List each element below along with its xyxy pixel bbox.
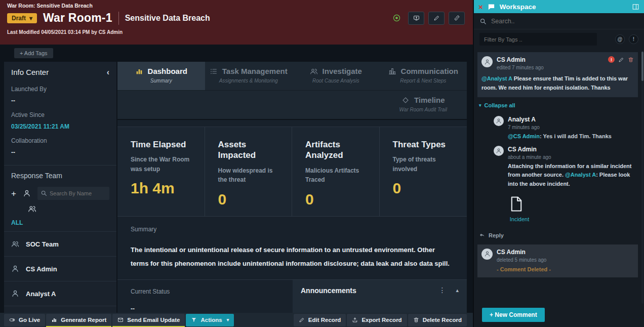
mention-link[interactable]: @Analyst A — [565, 172, 596, 178]
active-since-label: Active Since — [11, 111, 109, 118]
scrollbar-thumb[interactable] — [641, 52, 643, 81]
app-root: War Room: Sensitive Data Breach Draft ▾ … — [0, 0, 644, 327]
scrollbar-track — [641, 51, 643, 304]
member-name: CS Admin — [26, 265, 57, 273]
info-center-title: Info Center — [11, 68, 49, 76]
team-filter-icon[interactable] — [28, 205, 36, 213]
go-live-button[interactable]: Go Live — [4, 314, 45, 326]
status-badge-dropdown[interactable]: Draft ▾ — [7, 13, 37, 23]
stat-desc: Malicious Artifacts Traced — [305, 166, 367, 185]
add-tags-button[interactable]: + Add Tags — [14, 48, 53, 58]
deleted-comment-text: - Comment Deleted - — [497, 266, 634, 272]
team-member-row[interactable]: CS Admin — [4, 257, 116, 281]
team-member-row[interactable]: Analyst A — [4, 281, 116, 306]
tab-investigate[interactable]: Investigate Root Cause Analysis — [292, 62, 380, 90]
delete-comment-icon[interactable] — [628, 57, 634, 63]
caret-down-icon: ▾ — [29, 15, 32, 22]
add-member-icon[interactable]: + — [11, 189, 16, 198]
comment-body: @Analyst A Please ensure that Tim is add… — [481, 74, 634, 92]
workspace-header: × Workspace — [474, 0, 644, 13]
kebab-menu-icon[interactable]: ⋮ — [438, 287, 446, 294]
alert-filter-icon[interactable]: ! — [629, 34, 638, 44]
team-member-row[interactable]: SOC Team — [4, 232, 116, 257]
tab-label: Investigate — [323, 67, 362, 75]
stat-value: 0 — [305, 191, 367, 208]
export-icon — [352, 317, 358, 323]
member-name: SOC Team — [26, 240, 59, 248]
info-center-panel: Info Center ‹ Launched By -- Active Sinc… — [4, 62, 116, 313]
current-status-value: -- — [131, 305, 279, 312]
member-search-input[interactable] — [37, 187, 109, 200]
stat-title: Artifacts Analyzed — [305, 139, 367, 161]
launched-by-value: -- — [11, 97, 109, 104]
avatar — [494, 116, 504, 126]
collaboration-label: Collaboration — [11, 137, 109, 144]
screen-share-icon — [413, 15, 420, 21]
copy-link-button[interactable] — [449, 12, 465, 25]
important-icon[interactable]: ! — [608, 56, 615, 63]
workspace-panel: × Workspace @ ! CS Admin — [473, 0, 644, 327]
collapse-panel-icon[interactable]: ‹ — [107, 68, 109, 76]
tab-communication[interactable]: Communication Report & Next Steps — [380, 62, 467, 90]
communication-icon — [388, 67, 396, 75]
stat-desc: Type of threats involved — [393, 155, 455, 174]
summary-label: Summary — [131, 226, 454, 233]
stat-title: Assets Impacted — [218, 139, 280, 161]
funnel-icon — [191, 317, 197, 323]
filter-tags-input[interactable] — [479, 33, 597, 46]
reply-label: Reply — [489, 232, 504, 238]
tab-subtitle: Assignments & Monitoring — [205, 78, 293, 84]
edit-comment-icon[interactable] — [618, 57, 624, 63]
tab-dashboard[interactable]: Dashboard Summary — [117, 62, 205, 90]
mention-filter-icon[interactable]: @ — [615, 34, 625, 44]
delete-record-button[interactable]: Delete Record — [408, 314, 467, 326]
stat-desc: Since the War Room was setup — [131, 155, 192, 174]
collapse-all-label: Collapse all — [485, 102, 515, 108]
stat-desc: How widespread is the threat — [218, 166, 280, 185]
last-modified-text: Last Modified 04/05/2021 03:14 PM by CS … — [7, 29, 465, 35]
comment-body: @CS Admin: Yes i will add Tim. Thanks — [508, 132, 638, 141]
search-icon — [41, 190, 47, 196]
collapse-up-icon[interactable]: ▴ — [456, 288, 459, 293]
active-since-value: 03/25/2021 11:21 AM — [11, 123, 109, 130]
tab-bar: Dashboard Summary Task Management Assign… — [117, 62, 467, 90]
collapse-all-link[interactable]: ▾ Collapse all — [479, 102, 638, 108]
filter-all-link[interactable]: ALL — [4, 213, 116, 232]
bottom-toolbar: Go Live Generate Report Send Email Updat… — [0, 313, 473, 327]
dashboard-body: Time Elapsed Since the War Room was setu… — [117, 119, 467, 313]
edit-warroom-button[interactable] — [428, 12, 445, 25]
workspace-filter-row: @ ! — [474, 29, 644, 49]
announcements-panel: Announcements ⋮ ▴ — [293, 280, 467, 313]
tab-subtitle: Report & Next Steps — [380, 78, 467, 84]
user-filter-icon[interactable] — [23, 189, 31, 197]
button-label: Generate Report — [61, 317, 106, 323]
tab-label: Communication — [401, 67, 458, 75]
new-comment-button[interactable]: + New Comment — [482, 308, 545, 322]
avatar — [494, 146, 504, 156]
mention-link[interactable]: @Analyst A — [481, 75, 512, 81]
edit-record-button[interactable]: Edit Record — [294, 314, 346, 326]
summary-section: Summary The intentional or unintentional… — [117, 217, 467, 271]
close-icon[interactable]: × — [478, 3, 483, 11]
comment-card-deleted: CS Admin deleted 5 minutes ago - Comment… — [477, 244, 638, 277]
comment-meta: 7 minutes ago — [508, 125, 540, 130]
button-label: Actions — [200, 317, 222, 323]
comment-body: Attaching the information for a similar … — [508, 162, 638, 189]
mention-link[interactable]: @CS Admin — [508, 133, 540, 139]
chat-icon — [488, 3, 495, 11]
tab-task-management[interactable]: Task Management Assignments & Monitoring — [205, 62, 293, 90]
investigate-icon — [310, 67, 318, 75]
tab-timeline[interactable]: Timeline War Room Audit Trail — [380, 91, 467, 119]
export-record-button[interactable]: Export Record — [347, 314, 407, 326]
layout-columns-icon[interactable] — [632, 3, 639, 11]
attachment[interactable]: Incident — [508, 194, 531, 222]
send-email-update-button[interactable]: Send Email Update — [112, 314, 185, 326]
reply-link[interactable]: Reply — [479, 232, 638, 238]
screen-share-button[interactable] — [408, 12, 424, 25]
generate-report-button[interactable]: Generate Report — [46, 314, 111, 326]
actions-dropdown-button[interactable]: Actions ▾ — [186, 314, 234, 326]
workspace-title: Workspace — [500, 3, 536, 11]
workspace-search-input[interactable] — [491, 18, 638, 25]
comment-card: CS Admin about a minute ago Attaching th… — [494, 143, 638, 224]
dashboard-icon — [135, 67, 143, 75]
